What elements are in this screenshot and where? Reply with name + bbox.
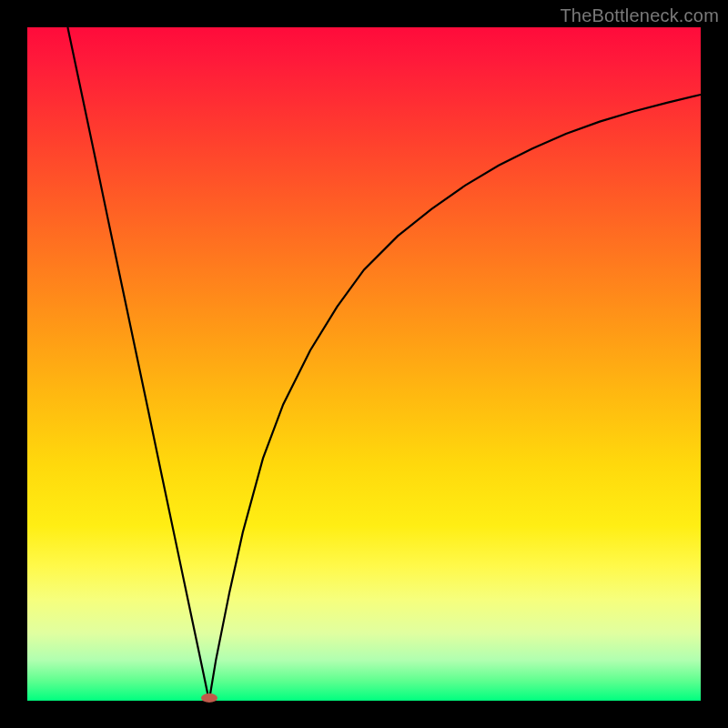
curve-left-branch — [67, 27, 208, 701]
curve-right-branch — [209, 95, 701, 701]
plot-area — [27, 27, 701, 701]
chart-container: TheBottleneck.com — [0, 0, 728, 728]
watermark-text: TheBottleneck.com — [560, 5, 719, 26]
curve-svg — [27, 27, 701, 701]
minimum-marker — [201, 693, 217, 703]
